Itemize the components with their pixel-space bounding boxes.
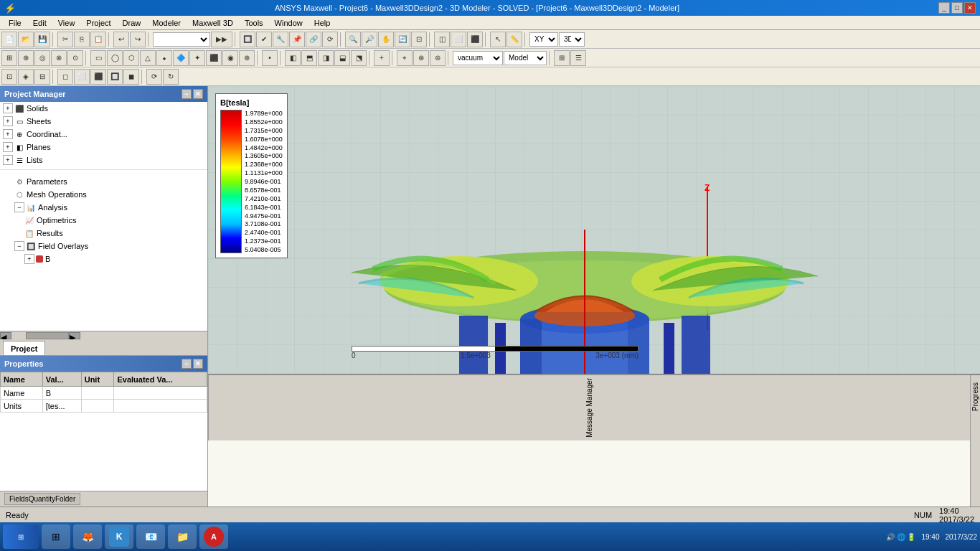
field3[interactable]: ⊟ — [34, 69, 50, 85]
draw10[interactable]: ⊕ — [239, 50, 255, 66]
minimize-button[interactable]: _ — [938, 2, 950, 14]
taskbar-app-mail[interactable]: 📧 — [136, 524, 165, 549]
prop-name-value[interactable]: B — [42, 387, 81, 400]
viz1[interactable]: ⟳ — [146, 69, 162, 85]
snap1[interactable]: ⊞ — [1, 50, 17, 66]
tree-parameters[interactable]: ⚙ Parameters — [0, 175, 207, 188]
extra1[interactable]: ⊞ — [554, 50, 570, 66]
coord2[interactable]: ⊛ — [413, 50, 429, 66]
fit[interactable]: ⊡ — [411, 32, 427, 47]
tree-analysis[interactable]: − 📊 Analysis — [0, 201, 207, 214]
menu-modeler[interactable]: Modeler — [146, 17, 187, 29]
open-button[interactable]: 📂 — [18, 32, 34, 47]
field5[interactable]: ⬜ — [74, 69, 90, 85]
tree-field-overlays[interactable]: − 🔲 Field Overlays — [0, 240, 207, 253]
draw9[interactable]: ◉ — [222, 50, 238, 66]
surf5[interactable]: ⬔ — [351, 50, 367, 66]
h-scrollbar[interactable]: ◀ ▶ — [0, 331, 207, 339]
extra2[interactable]: ☰ — [570, 50, 586, 66]
view2[interactable]: ⬜ — [451, 32, 466, 47]
draw8[interactable]: ⬛ — [206, 50, 222, 66]
field6[interactable]: ⬛ — [90, 69, 106, 85]
save-button[interactable]: 💾 — [34, 32, 50, 47]
scroll-right[interactable]: ▶ — [69, 332, 80, 339]
draw6[interactable]: 🔷 — [173, 50, 189, 66]
rotate[interactable]: 🔄 — [395, 32, 410, 47]
snap2[interactable]: ⊕ — [18, 50, 34, 66]
scroll-left[interactable]: ◀ — [0, 332, 11, 339]
paste-button[interactable]: 📋 — [90, 32, 106, 47]
zoom-in[interactable]: 🔍 — [345, 32, 361, 47]
menu-edit[interactable]: Edit — [27, 17, 52, 29]
expand-b[interactable]: + — [24, 254, 34, 264]
coord3[interactable]: ⊜ — [430, 50, 446, 66]
taskbar-app-k[interactable]: K — [105, 524, 133, 549]
menu-project[interactable]: Project — [80, 17, 116, 29]
tree-b-field[interactable]: + B — [0, 253, 207, 265]
plane-dropdown[interactable]: XY — [529, 32, 558, 47]
expand-solids[interactable]: + — [3, 103, 13, 113]
measure[interactable]: 📏 — [507, 32, 522, 47]
simulation-dropdown[interactable] — [153, 32, 210, 47]
tool5[interactable]: 🔗 — [306, 32, 321, 47]
menu-tools[interactable]: Tools — [239, 17, 269, 29]
panel-close[interactable]: ✕ — [193, 89, 203, 99]
surf1[interactable]: ◧ — [285, 50, 301, 66]
redo-button[interactable]: ↪ — [130, 32, 146, 47]
maximize-button[interactable]: □ — [951, 2, 963, 14]
fields-quantity-tab[interactable]: FieldsQuantityFolder — [4, 493, 80, 505]
menu-maxwell3d[interactable]: Maxwell 3D — [187, 17, 239, 29]
field7[interactable]: 🔲 — [107, 69, 123, 85]
viz2[interactable]: ↻ — [163, 69, 179, 85]
view1[interactable]: ◫ — [434, 32, 450, 47]
menu-help[interactable]: Help — [308, 17, 336, 29]
expand-lists[interactable]: + — [3, 155, 13, 165]
tool4[interactable]: 📌 — [289, 32, 305, 47]
tree-optimetrics[interactable]: 📈 Optimetrics — [0, 214, 207, 227]
snap5[interactable]: ⊙ — [67, 50, 83, 66]
project-tab[interactable]: Project — [3, 341, 45, 355]
props-pin[interactable]: − — [182, 359, 192, 369]
material-dropdown-1[interactable]: vacuum — [453, 51, 503, 65]
tree-results[interactable]: 📋 Results — [0, 227, 207, 240]
draw4[interactable]: △ — [140, 50, 156, 66]
pan[interactable]: ✋ — [378, 32, 394, 47]
field4[interactable]: ◻ — [57, 69, 73, 85]
tree-mesh-ops[interactable]: ⬡ Mesh Operations — [0, 188, 207, 201]
start-button[interactable]: ⊞ — [3, 524, 39, 549]
field1[interactable]: ⊡ — [1, 69, 17, 85]
view3[interactable]: ⬛ — [467, 32, 483, 47]
tool2[interactable]: ✔ — [256, 32, 272, 47]
surf2[interactable]: ⬒ — [301, 50, 317, 66]
point-btn[interactable]: • — [262, 50, 278, 66]
new-button[interactable]: 📄 — [1, 32, 17, 47]
copy-button[interactable]: ⎘ — [74, 32, 90, 47]
draw7[interactable]: ✦ — [189, 50, 205, 66]
menu-draw[interactable]: Draw — [117, 17, 147, 29]
expand-sheets[interactable]: + — [3, 116, 13, 126]
tool6[interactable]: ⟳ — [322, 32, 338, 47]
tree-lists[interactable]: + ☰ Lists — [0, 154, 207, 166]
taskbar-app-windows[interactable]: ⊞ — [42, 524, 70, 549]
expand-planes[interactable]: + — [3, 142, 13, 152]
tree-coordinate[interactable]: + ⊕ Coordinat... — [0, 128, 207, 141]
close-button[interactable]: ✕ — [964, 2, 976, 14]
draw1[interactable]: ▭ — [90, 50, 106, 66]
menu-window[interactable]: Window — [269, 17, 308, 29]
expand-analysis[interactable]: − — [14, 202, 24, 212]
material-dropdown-2[interactable]: Model — [504, 51, 547, 65]
expand-coord[interactable]: + — [3, 129, 13, 139]
draw3[interactable]: ⬡ — [123, 50, 139, 66]
zoom-out[interactable]: 🔎 — [362, 32, 377, 47]
taskbar-app-folder[interactable]: 📁 — [168, 524, 197, 549]
snap3[interactable]: ◎ — [34, 50, 50, 66]
draw5[interactable]: ⬥ — [156, 50, 172, 66]
tool3[interactable]: 🔧 — [273, 32, 288, 47]
select-btn[interactable]: ↖ — [490, 32, 506, 47]
undo-button[interactable]: ↩ — [113, 32, 129, 47]
cut-button[interactable]: ✂ — [57, 32, 73, 47]
props-close[interactable]: ✕ — [193, 359, 203, 369]
field2[interactable]: ◈ — [18, 69, 34, 85]
panel-pin[interactable]: − — [182, 89, 192, 99]
tool1[interactable]: 🔲 — [240, 32, 255, 47]
